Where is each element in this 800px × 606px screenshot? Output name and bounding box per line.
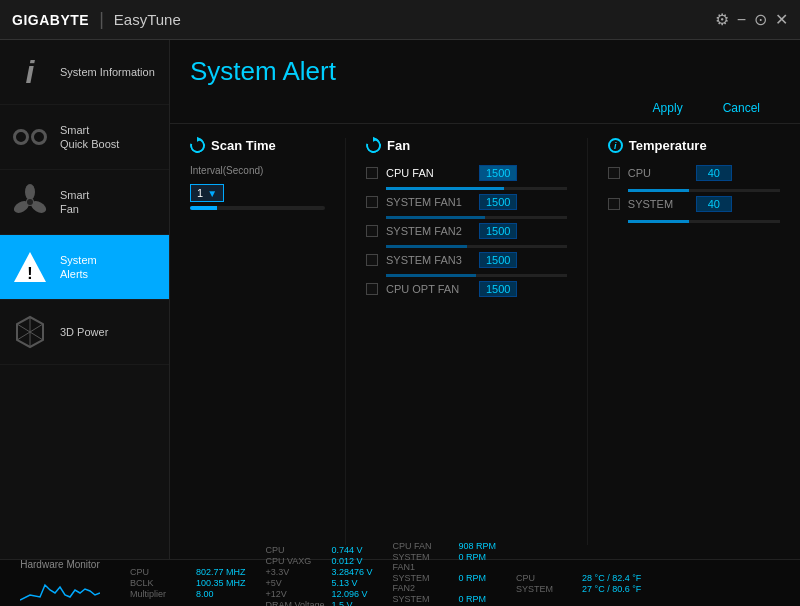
hw-fan-section: CPU FAN908 RPM SYSTEM FAN10 RPM SYSTEM F… xyxy=(393,541,497,606)
fan-bar-system1 xyxy=(386,216,567,219)
hw-val-sysfan1: 0 RPM xyxy=(459,552,487,572)
fan-name-cpuopt: CPU OPT FAN xyxy=(386,283,471,295)
hw-key-tcpu: CPU xyxy=(516,573,576,583)
sidebar-item-3d-power[interactable]: 3D Power xyxy=(0,300,169,365)
hw-key-cpufan: CPU FAN xyxy=(393,541,453,551)
hw-val-sysfan2: 0 RPM xyxy=(459,573,487,593)
fan-item-system2: SYSTEM FAN2 1500 xyxy=(366,223,567,239)
cancel-button[interactable]: Cancel xyxy=(703,97,780,119)
hw-key-sysfan1: SYSTEM FAN1 xyxy=(393,552,453,572)
sidebar-label-system-alerts: SystemAlerts xyxy=(60,253,97,282)
content-header: System Alert xyxy=(170,40,800,93)
action-bar: Apply Cancel xyxy=(170,93,800,124)
fan-item-cpuopt: CPU OPT FAN 1500 xyxy=(366,281,567,297)
hw-val-cpuvaxg: 0.012 V xyxy=(332,556,363,566)
title-bar: GIGABYTE | EasyTune ⚙ − ⊙ ✕ xyxy=(0,0,800,40)
temperature-panel: i Temperature CPU 40 SYSTEM 40 xyxy=(587,138,780,545)
boost-icon xyxy=(10,117,50,157)
gigabyte-logo: GIGABYTE xyxy=(12,12,89,28)
hw-key-cpuvaxg: CPU VAXG xyxy=(266,556,326,566)
hw-key-sysfan3: SYSTEM FAN3 xyxy=(393,594,453,606)
fan-name-system2: SYSTEM FAN2 xyxy=(386,225,471,237)
minimize-icon[interactable]: − xyxy=(737,11,746,29)
hw-temp-section: CPU28 °C / 82.4 °F SYSTEM27 °C / 80.6 °F xyxy=(516,573,641,594)
restore-icon[interactable]: ⊙ xyxy=(754,10,767,29)
svg-point-4 xyxy=(27,199,33,205)
hw-key-vcpu: CPU xyxy=(266,545,326,555)
refresh-icon xyxy=(187,135,207,155)
sidebar-item-smart-quick-boost[interactable]: SmartQuick Boost xyxy=(0,105,169,170)
hw-key-bclk: BCLK xyxy=(130,578,190,588)
sidebar-item-system-alerts[interactable]: ! SystemAlerts xyxy=(0,235,169,300)
fan-value-system3: 1500 xyxy=(479,252,517,268)
fan-checkbox-system2[interactable] xyxy=(366,225,378,237)
hw-key-tsystem: SYSTEM xyxy=(516,584,576,594)
hw-val-vcpu: 0.744 V xyxy=(332,545,363,555)
temp-checkbox-system[interactable] xyxy=(608,198,620,210)
hw-val-multiplier: 8.00 xyxy=(196,589,214,599)
sidebar-label-smart-quick-boost: SmartQuick Boost xyxy=(60,123,119,152)
scan-progress-fill xyxy=(190,206,217,210)
fan-bar-system2 xyxy=(386,245,567,248)
temp-name-cpu: CPU xyxy=(628,167,688,179)
sidebar-item-system-information[interactable]: i System Information xyxy=(0,40,169,105)
hw-graph xyxy=(20,572,100,607)
sidebar: i System Information SmartQuick Boost xyxy=(0,40,170,559)
hw-val-5v: 5.13 V xyxy=(332,578,358,588)
hw-val-3v3: 3.28476 V xyxy=(332,567,373,577)
hw-val-bclk: 100.35 MHZ xyxy=(196,578,246,588)
hw-val-tsystem: 27 °C / 80.6 °F xyxy=(582,584,641,594)
svg-text:!: ! xyxy=(27,265,32,282)
fan-bar-system3 xyxy=(386,274,567,277)
temp-checkbox-cpu[interactable] xyxy=(608,167,620,179)
hw-bclk-row: BCLK 100.35 MHZ xyxy=(130,578,246,588)
fan-checkbox-system1[interactable] xyxy=(366,196,378,208)
interval-value: 1 xyxy=(197,187,203,199)
info-icon: i xyxy=(10,52,50,92)
interval-dropdown[interactable]: 1 ▼ xyxy=(190,184,224,202)
fan-value-cpuopt: 1500 xyxy=(479,281,517,297)
hw-val-sysfan3: 0 RPM xyxy=(459,594,487,606)
temp-info-icon: i xyxy=(608,138,623,153)
fan-checkbox-cpu[interactable] xyxy=(366,167,378,179)
fan-checkbox-system3[interactable] xyxy=(366,254,378,266)
hw-multiplier-row: Multiplier 8.00 xyxy=(130,589,246,599)
alert-content: Scan Time Interval(Second) 1 ▼ xyxy=(170,124,800,559)
hw-key-5v: +5V xyxy=(266,578,326,588)
interval-label: Interval(Second) xyxy=(190,165,263,176)
window-controls: ⚙ − ⊙ ✕ xyxy=(715,10,788,29)
content-area: System Alert Apply Cancel Scan Time Inte… xyxy=(170,40,800,559)
hw-key-dram: DRAM Voltage xyxy=(266,600,326,606)
sidebar-item-smart-fan[interactable]: SmartFan xyxy=(0,170,169,235)
fan-name-system3: SYSTEM FAN3 xyxy=(386,254,471,266)
temp-value-system: 40 xyxy=(696,196,732,212)
apply-button[interactable]: Apply xyxy=(633,97,703,119)
sidebar-label-system-information: System Information xyxy=(60,65,155,79)
fan-value-cpu: 1500 xyxy=(479,165,517,181)
sidebar-label-smart-fan: SmartFan xyxy=(60,188,89,217)
page-title: System Alert xyxy=(190,56,780,87)
hw-voltage-section: CPU0.744 V CPU VAXG0.012 V +3.3V3.28476 … xyxy=(266,545,373,606)
temp-item-system: SYSTEM 40 xyxy=(608,196,780,212)
scan-interval-row: Interval(Second) xyxy=(190,165,325,176)
fan-item-system1: SYSTEM FAN1 1500 xyxy=(366,194,567,210)
close-icon[interactable]: ✕ xyxy=(775,10,788,29)
hw-cpu-section: CPU 802.77 MHZ BCLK 100.35 MHZ Multiplie… xyxy=(130,567,246,599)
fan-item-cpu: CPU FAN 1500 xyxy=(366,165,567,181)
alert-icon: ! xyxy=(10,247,50,287)
fan-value-system2: 1500 xyxy=(479,223,517,239)
hw-key-sysfan2: SYSTEM FAN2 xyxy=(393,573,453,593)
settings-icon[interactable]: ⚙ xyxy=(715,10,729,29)
hw-key-multiplier: Multiplier xyxy=(130,589,190,599)
fan-panel: Fan CPU FAN 1500 SYSTEM FAN1 1500 xyxy=(345,138,587,545)
fan-checkbox-cpuopt[interactable] xyxy=(366,283,378,295)
hw-key-3v3: +3.3V xyxy=(266,567,326,577)
power-icon xyxy=(10,312,50,352)
fan-item-system3: SYSTEM FAN3 1500 xyxy=(366,252,567,268)
interval-dropdown-row: 1 ▼ xyxy=(190,184,325,202)
temp-bar-system xyxy=(628,220,780,223)
temp-value-cpu: 40 xyxy=(696,165,732,181)
temp-item-cpu: CPU 40 xyxy=(608,165,780,181)
fan-title: Fan xyxy=(366,138,567,153)
temperature-title: i Temperature xyxy=(608,138,780,153)
